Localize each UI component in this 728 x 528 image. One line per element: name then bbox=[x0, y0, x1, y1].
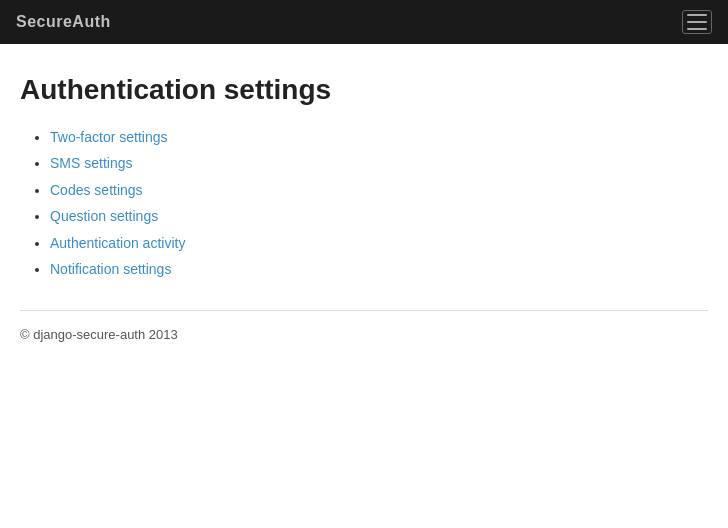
navbar-brand: SecureAuth bbox=[16, 13, 111, 31]
list-item: Notification settings bbox=[50, 258, 708, 280]
main-content: Authentication settings Two-factor setti… bbox=[0, 44, 728, 382]
footer-divider bbox=[20, 310, 708, 311]
footer-copyright: © django-secure-auth 2013 bbox=[20, 327, 708, 362]
toggle-bar-1 bbox=[687, 14, 707, 16]
settings-link[interactable]: SMS settings bbox=[50, 155, 132, 171]
list-item: Question settings bbox=[50, 205, 708, 227]
list-item: SMS settings bbox=[50, 152, 708, 174]
navbar-toggle-button[interactable] bbox=[682, 10, 712, 34]
list-item: Authentication activity bbox=[50, 232, 708, 254]
toggle-bar-2 bbox=[687, 21, 707, 23]
settings-list: Two-factor settingsSMS settingsCodes set… bbox=[20, 126, 708, 280]
list-item: Codes settings bbox=[50, 179, 708, 201]
settings-link[interactable]: Notification settings bbox=[50, 261, 171, 277]
page-title: Authentication settings bbox=[20, 74, 708, 106]
toggle-bar-3 bbox=[687, 28, 707, 30]
navbar: SecureAuth bbox=[0, 0, 728, 44]
settings-link[interactable]: Authentication activity bbox=[50, 235, 185, 251]
settings-link[interactable]: Codes settings bbox=[50, 182, 143, 198]
list-item: Two-factor settings bbox=[50, 126, 708, 148]
settings-link[interactable]: Two-factor settings bbox=[50, 129, 168, 145]
settings-link[interactable]: Question settings bbox=[50, 208, 158, 224]
